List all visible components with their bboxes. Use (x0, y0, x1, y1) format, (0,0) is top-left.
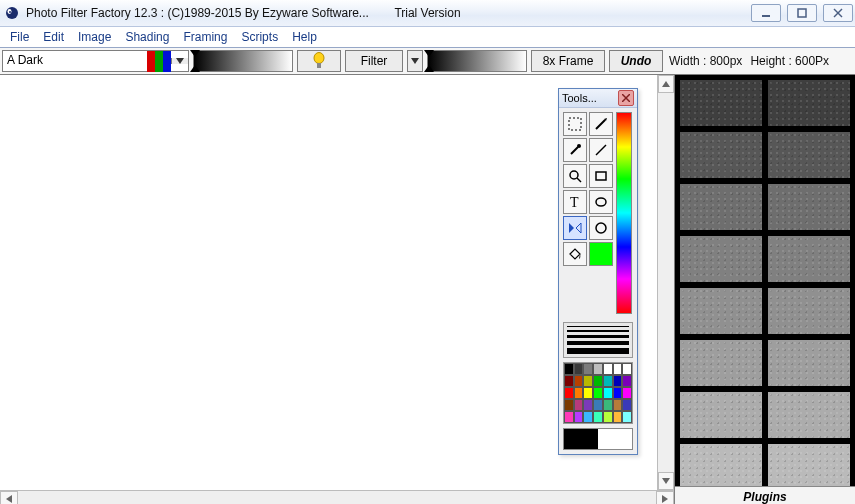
palette-cell[interactable] (583, 411, 593, 423)
palette-cell[interactable] (622, 375, 632, 387)
thumbnail[interactable] (679, 235, 763, 283)
palette-cell[interactable] (564, 399, 574, 411)
magnifier-tool[interactable] (563, 164, 587, 188)
palette-cell[interactable] (583, 375, 593, 387)
menu-file[interactable]: File (10, 30, 29, 44)
palette-cell[interactable] (603, 375, 613, 387)
scroll-down-icon[interactable] (658, 472, 674, 490)
palette-cell[interactable] (593, 399, 603, 411)
thumbnail[interactable] (767, 183, 851, 231)
palette-cell[interactable] (603, 411, 613, 423)
thumbnail[interactable] (767, 79, 851, 127)
rect-tool[interactable] (589, 164, 613, 188)
line-weight-3[interactable] (567, 335, 629, 338)
palette-cell[interactable] (613, 411, 623, 423)
bg-color[interactable] (598, 429, 632, 449)
palette-cell[interactable] (603, 363, 613, 375)
slider2-bottom-marker[interactable] (424, 65, 434, 72)
right-gradient-slider[interactable] (427, 50, 527, 72)
bulb-button[interactable] (297, 50, 341, 72)
thumbnail[interactable] (679, 391, 763, 439)
palette-cell[interactable] (613, 375, 623, 387)
palette-cell[interactable] (613, 399, 623, 411)
menu-edit[interactable]: Edit (43, 30, 64, 44)
thumbnail[interactable] (767, 235, 851, 283)
fg-bg-swatch[interactable] (563, 428, 633, 450)
horizontal-scrollbar[interactable] (0, 490, 674, 504)
hscroll-track[interactable] (18, 491, 656, 504)
thumbnail[interactable] (767, 443, 851, 486)
thumbnail[interactable] (679, 339, 763, 387)
thumbnail[interactable] (679, 131, 763, 179)
frame-button[interactable]: 8x Frame (531, 50, 605, 72)
vscroll-track[interactable] (658, 93, 674, 472)
tools-titlebar[interactable]: Tools... (559, 89, 637, 108)
menu-image[interactable]: Image (78, 30, 111, 44)
thumbnail[interactable] (679, 183, 763, 231)
palette-cell[interactable] (613, 363, 623, 375)
slider2-top-marker[interactable] (424, 50, 434, 57)
menu-framing[interactable]: Framing (183, 30, 227, 44)
color-palette[interactable] (563, 362, 633, 424)
ellipse-tool[interactable] (589, 190, 613, 214)
palette-cell[interactable] (574, 411, 584, 423)
palette-cell[interactable] (574, 387, 584, 399)
line-weight-4[interactable] (567, 341, 629, 345)
tools-palette[interactable]: Tools... T (558, 88, 638, 455)
menu-help[interactable]: Help (292, 30, 317, 44)
thumbnail[interactable] (679, 443, 763, 486)
maximize-button[interactable] (787, 4, 817, 22)
palette-cell[interactable] (622, 411, 632, 423)
filter-name-combo[interactable]: A Dark (2, 50, 189, 72)
palette-cell[interactable] (564, 375, 574, 387)
bucket-tool[interactable] (563, 242, 587, 266)
palette-cell[interactable] (603, 399, 613, 411)
line-weight-2[interactable] (567, 330, 629, 332)
palette-cell[interactable] (603, 387, 613, 399)
thumbnail[interactable] (767, 287, 851, 335)
palette-cell[interactable] (622, 399, 632, 411)
eyedropper-tool[interactable] (563, 138, 587, 162)
thumbnail[interactable] (679, 287, 763, 335)
palette-cell[interactable] (583, 387, 593, 399)
palette-cell[interactable] (564, 387, 574, 399)
text-tool[interactable]: T (563, 190, 587, 214)
menu-shading[interactable]: Shading (125, 30, 169, 44)
filter-name-dropdown[interactable] (171, 58, 188, 64)
tools-close-button[interactable] (618, 90, 634, 106)
palette-cell[interactable] (574, 375, 584, 387)
minimize-button[interactable] (751, 4, 781, 22)
pencil-tool[interactable] (589, 112, 613, 136)
filter-button[interactable]: Filter (345, 50, 403, 72)
palette-cell[interactable] (622, 363, 632, 375)
line-weight-1[interactable] (567, 326, 629, 327)
scroll-right-icon[interactable] (656, 491, 674, 504)
thumbnail[interactable] (767, 391, 851, 439)
undo-button[interactable]: Undo (609, 50, 663, 72)
vertical-scrollbar[interactable] (657, 75, 674, 490)
active-color-swatch[interactable] (589, 242, 613, 266)
palette-cell[interactable] (564, 363, 574, 375)
filter-dropdown[interactable] (407, 50, 423, 72)
palette-cell[interactable] (593, 375, 603, 387)
slider-bottom-marker[interactable] (190, 65, 200, 72)
palette-cell[interactable] (574, 399, 584, 411)
thumbnail[interactable] (679, 79, 763, 127)
thumbnail[interactable] (767, 131, 851, 179)
plugins-tab[interactable]: Plugins (675, 486, 855, 504)
palette-cell[interactable] (593, 411, 603, 423)
menu-scripts[interactable]: Scripts (241, 30, 278, 44)
line-tool[interactable] (589, 138, 613, 162)
palette-cell[interactable] (583, 363, 593, 375)
slider-top-marker[interactable] (190, 50, 200, 57)
scroll-up-icon[interactable] (658, 75, 674, 93)
mirror-tool[interactable] (563, 216, 587, 240)
palette-cell[interactable] (574, 363, 584, 375)
left-gradient-slider[interactable] (193, 50, 293, 72)
selection-rect-tool[interactable] (563, 112, 587, 136)
palette-cell[interactable] (564, 411, 574, 423)
hue-spectrum[interactable] (616, 112, 632, 314)
fg-color[interactable] (564, 429, 598, 449)
palette-cell[interactable] (593, 363, 603, 375)
line-weight-picker[interactable] (563, 322, 633, 358)
